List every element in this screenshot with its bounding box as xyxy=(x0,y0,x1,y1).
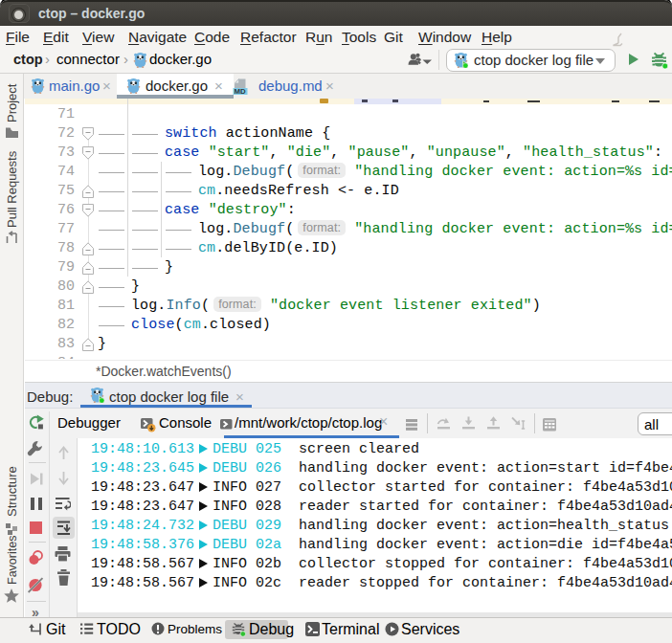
svg-text:MD: MD xyxy=(235,87,246,95)
